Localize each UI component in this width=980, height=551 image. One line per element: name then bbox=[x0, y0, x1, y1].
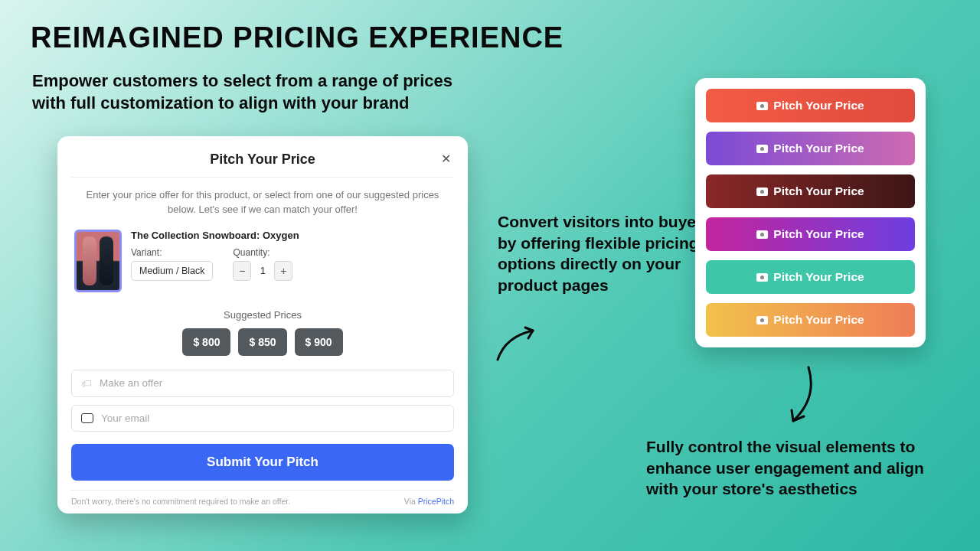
cash-icon bbox=[756, 145, 768, 153]
arrow-icon bbox=[778, 363, 824, 432]
product-thumbnail[interactable] bbox=[74, 230, 122, 292]
quantity-value: 1 bbox=[251, 265, 274, 276]
lower-caption: Fully control the visual elements to enh… bbox=[646, 436, 960, 500]
headline: REIMAGINED PRICING EXPERIENCE bbox=[31, 21, 564, 54]
suggested-price[interactable]: $ 800 bbox=[182, 328, 230, 356]
quantity-increment[interactable]: + bbox=[274, 261, 292, 281]
modal-title: Pitch Your Price bbox=[210, 152, 315, 168]
via-credit: Via PricePitch bbox=[404, 497, 454, 506]
product-name: The Collection Snowboard: Oxygen bbox=[131, 230, 451, 241]
arrow-icon bbox=[492, 320, 545, 373]
pitch-button-sample[interactable]: Pitch Your Price bbox=[706, 132, 915, 165]
cash-icon bbox=[756, 187, 768, 196]
pitch-button-sample[interactable]: Pitch Your Price bbox=[706, 174, 915, 208]
footnote: Don't worry, there's no commitment requi… bbox=[71, 497, 290, 506]
mail-icon bbox=[81, 413, 93, 423]
offer-input[interactable]: Make an offer bbox=[71, 370, 454, 397]
modal-header: Pitch Your Price ✕ bbox=[71, 147, 454, 178]
variant-select[interactable]: Medium / Black bbox=[131, 261, 213, 281]
pitch-button-sample[interactable]: Pitch Your Price bbox=[706, 217, 915, 251]
tag-icon bbox=[81, 377, 92, 390]
suggested-price[interactable]: $ 850 bbox=[238, 328, 286, 356]
email-placeholder: Your email bbox=[101, 412, 149, 424]
suggested-prices-label: Suggested Prices bbox=[71, 309, 454, 321]
quantity-label: Quantity: bbox=[233, 247, 292, 258]
close-icon[interactable]: ✕ bbox=[441, 152, 451, 166]
quantity-decrement[interactable]: − bbox=[233, 261, 251, 281]
pitch-button-sample[interactable]: Pitch Your Price bbox=[706, 89, 915, 122]
pitch-button-sample[interactable]: Pitch Your Price bbox=[706, 303, 915, 337]
subheadline: Empower customers to select from a range… bbox=[32, 70, 452, 114]
cash-icon bbox=[756, 316, 768, 324]
offer-placeholder: Make an offer bbox=[100, 377, 162, 389]
suggested-price[interactable]: $ 900 bbox=[295, 328, 343, 356]
product-row: The Collection Snowboard: Oxygen Variant… bbox=[71, 230, 454, 292]
modal-footer: Don't worry, there's no commitment requi… bbox=[71, 490, 454, 506]
cash-icon bbox=[756, 273, 768, 282]
email-input[interactable]: Your email bbox=[71, 405, 454, 432]
pitch-button-sample[interactable]: Pitch Your Price bbox=[706, 260, 915, 294]
mid-caption: Convert visitors into buyers by offering… bbox=[498, 211, 727, 296]
cash-icon bbox=[756, 102, 768, 110]
pitch-modal: Pitch Your Price ✕ Enter your price offe… bbox=[57, 136, 468, 514]
variant-label: Variant: bbox=[131, 247, 213, 258]
quantity-stepper: − 1 + bbox=[233, 261, 292, 281]
suggested-prices-row: $ 800 $ 850 $ 900 bbox=[71, 328, 454, 356]
cash-icon bbox=[756, 230, 768, 239]
submit-button[interactable]: Submit Your Pitch bbox=[71, 444, 454, 481]
modal-description: Enter your price offer for this product,… bbox=[71, 178, 454, 230]
button-style-gallery: Pitch Your Price Pitch Your Price Pitch … bbox=[695, 78, 926, 347]
product-meta: The Collection Snowboard: Oxygen Variant… bbox=[131, 230, 451, 292]
pricepitch-link[interactable]: PricePitch bbox=[418, 497, 454, 506]
